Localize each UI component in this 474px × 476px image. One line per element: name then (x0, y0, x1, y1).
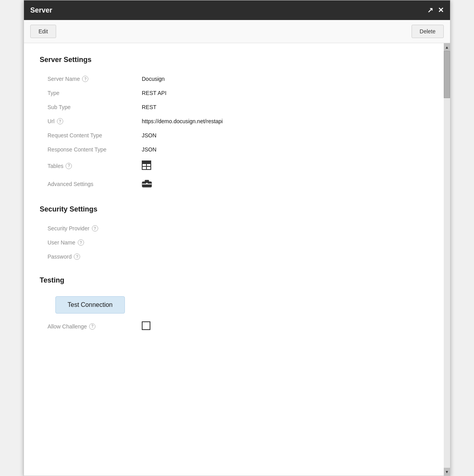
allow-challenge-checkbox[interactable] (142, 321, 150, 330)
help-icon-user-name[interactable]: ? (78, 239, 84, 246)
field-label-advanced-settings: Advanced Settings (48, 181, 142, 187)
field-value-allow-challenge (142, 321, 428, 331)
field-server-name: Server Name ? Docusign (40, 72, 428, 86)
field-security-provider: Security Provider ? (40, 221, 428, 235)
field-label-request-content-type: Request Content Type (48, 132, 142, 139)
toolbar: Edit Delete (24, 20, 450, 43)
edit-button[interactable]: Edit (30, 25, 56, 38)
field-user-name: User Name ? (40, 235, 428, 250)
testing-section: Testing Test Connection Allow Challenge … (40, 276, 428, 335)
field-label-allow-challenge: Allow Challenge ? (48, 323, 142, 330)
field-value-url: https://demo.docusign.net/restapi (142, 118, 428, 124)
field-label-response-content-type: Response Content Type (48, 146, 142, 153)
bottom-spacer (40, 335, 428, 374)
field-label-security-provider: Security Provider ? (48, 225, 142, 232)
scrollbar-track[interactable] (444, 51, 450, 468)
server-settings-section: Server Settings Server Name ? Docusign T… (40, 56, 428, 193)
field-value-tables[interactable] (142, 160, 428, 171)
table-icon (142, 160, 151, 170)
gap-1 (40, 193, 428, 202)
field-label-type: Type (48, 90, 142, 96)
field-value-type: REST API (142, 90, 428, 96)
delete-button[interactable]: Delete (412, 25, 444, 38)
help-icon-url[interactable]: ? (57, 118, 63, 124)
title-bar-actions: ↗ ✕ (427, 6, 444, 15)
field-request-content-type: Request Content Type JSON (40, 128, 428, 142)
testing-title: Testing (40, 276, 428, 285)
field-label-url: Url ? (48, 118, 142, 124)
field-label-sub-type: Sub Type (48, 104, 142, 110)
expand-icon[interactable]: ↗ (427, 6, 433, 15)
field-type: Type REST API (40, 86, 428, 100)
main-content: Server Settings Server Name ? Docusign T… (24, 43, 444, 476)
help-icon-security-provider[interactable]: ? (92, 225, 98, 232)
briefcase-icon (142, 179, 152, 188)
field-value-sub-type: REST (142, 104, 428, 110)
field-label-password: Password ? (48, 254, 142, 260)
window-title: Server (30, 6, 52, 15)
security-settings-section: Security Settings Security Provider ? Us… (40, 205, 428, 264)
field-tables: Tables ? (40, 157, 428, 175)
test-connection-row: Test Connection (40, 292, 428, 317)
server-settings-title: Server Settings (40, 56, 428, 64)
security-settings-title: Security Settings (40, 205, 428, 213)
help-icon-server-name[interactable]: ? (82, 76, 88, 82)
field-advanced-settings: Advanced Settings (40, 175, 428, 193)
content-area: Server Settings Server Name ? Docusign T… (24, 43, 450, 476)
field-url: Url ? https://demo.docusign.net/restapi (40, 114, 428, 128)
help-icon-tables[interactable]: ? (66, 163, 72, 169)
svg-rect-5 (146, 161, 151, 164)
field-label-user-name: User Name ? (48, 239, 142, 246)
svg-rect-9 (146, 183, 148, 184)
field-label-tables: Tables ? (48, 163, 142, 169)
scrollbar-down-arrow[interactable]: ▼ (444, 468, 450, 476)
field-value-response-content-type: JSON (142, 146, 428, 153)
field-sub-type: Sub Type REST (40, 100, 428, 114)
test-connection-button[interactable]: Test Connection (55, 296, 125, 314)
field-allow-challenge: Allow Challenge ? (40, 317, 428, 335)
close-icon[interactable]: ✕ (438, 6, 444, 15)
help-icon-allow-challenge[interactable]: ? (89, 323, 95, 330)
field-value-request-content-type: JSON (142, 132, 428, 139)
svg-rect-7 (145, 180, 149, 182)
field-value-advanced-settings[interactable] (142, 179, 428, 189)
title-bar: Server ↗ ✕ (24, 0, 450, 20)
scrollbar-thumb[interactable] (444, 51, 450, 98)
gap-2 (40, 264, 428, 273)
field-label-server-name: Server Name ? (48, 76, 142, 82)
svg-rect-4 (142, 161, 146, 164)
field-password: Password ? (40, 250, 428, 264)
scrollbar-up-arrow[interactable]: ▲ (444, 43, 450, 51)
help-icon-password[interactable]: ? (74, 254, 80, 260)
scrollbar: ▲ ▼ (444, 43, 450, 476)
server-window: Server ↗ ✕ Edit Delete Server Settings S… (24, 0, 450, 476)
field-value-server-name: Docusign (142, 76, 428, 82)
field-response-content-type: Response Content Type JSON (40, 142, 428, 157)
